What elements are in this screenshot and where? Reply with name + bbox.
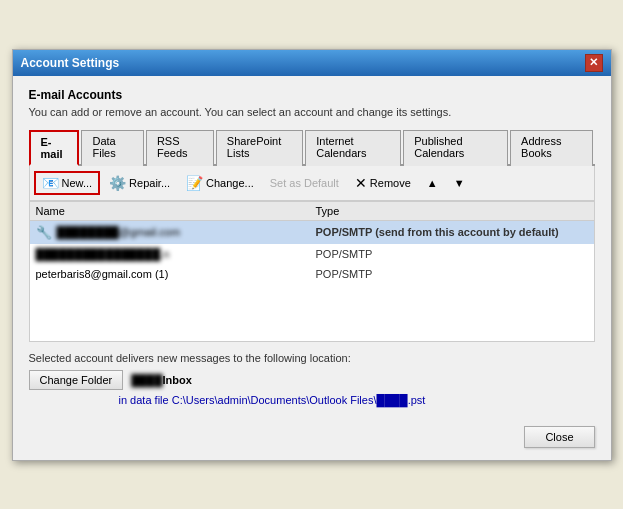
account-settings-window: Account Settings ✕ E-mail Accounts You c…	[12, 49, 612, 461]
close-window-button[interactable]: ✕	[585, 54, 603, 72]
move-down-button[interactable]	[447, 171, 472, 195]
delivery-label: Selected account delivers new messages t…	[29, 352, 595, 364]
change-icon: 📝	[186, 175, 203, 191]
table-header: Name Type	[30, 202, 594, 221]
tab-data-files[interactable]: Data Files	[81, 130, 143, 166]
main-content: E-mail Accounts You can add or remove an…	[13, 76, 611, 418]
account-name-cell: 🔧 ████████@gmail.com	[36, 225, 316, 240]
table-row[interactable]: ████████████████.n POP/SMTP	[30, 244, 594, 264]
account-email: ████████████████.n	[36, 248, 170, 260]
up-arrow-icon	[427, 177, 438, 189]
section-title: E-mail Accounts	[29, 88, 595, 102]
change-button[interactable]: 📝 Change...	[179, 171, 261, 195]
col-name-header: Name	[36, 205, 316, 217]
account-type-cell: POP/SMTP	[316, 248, 588, 260]
tab-email[interactable]: E-mail	[29, 130, 80, 166]
account-type-cell: POP/SMTP (send from this account by defa…	[316, 226, 588, 238]
account-email: ████████@gmail.com	[57, 226, 181, 238]
tab-bar: E-mail Data Files RSS Feeds SharePoint L…	[29, 128, 595, 166]
title-bar: Account Settings ✕	[13, 50, 611, 76]
table-row[interactable]: peterbaris8@gmail.com (1) POP/SMTP	[30, 264, 594, 284]
tab-internet-calendars[interactable]: Internet Calendars	[305, 130, 401, 166]
table-row[interactable]: 🔧 ████████@gmail.com POP/SMTP (send from…	[30, 221, 594, 244]
datafile-path: in data file C:\Users\admin\Documents\Ou…	[29, 394, 595, 406]
remove-icon: ✕	[355, 175, 367, 191]
remove-button[interactable]: ✕ Remove	[348, 171, 418, 195]
accounts-toolbar: 📧 New... ⚙️ Repair... 📝 Change... Set as…	[29, 166, 595, 201]
account-icon: 🔧	[36, 225, 52, 240]
window-title: Account Settings	[21, 56, 120, 70]
repair-button[interactable]: ⚙️ Repair...	[102, 171, 177, 195]
tab-rss-feeds[interactable]: RSS Feeds	[146, 130, 214, 166]
inbox-label: ████Inbox	[131, 374, 192, 386]
set-default-button[interactable]: Set as Default	[263, 171, 346, 195]
repair-icon: ⚙️	[109, 175, 126, 191]
account-type-cell: POP/SMTP	[316, 268, 588, 280]
account-name-cell: ████████████████.n	[36, 248, 316, 260]
account-email: peterbaris8@gmail.com (1)	[36, 268, 169, 280]
change-folder-button[interactable]: Change Folder	[29, 370, 124, 390]
accounts-list: 🔧 ████████@gmail.com POP/SMTP (send from…	[30, 221, 594, 341]
section-description: You can add or remove an account. You ca…	[29, 106, 595, 118]
move-up-button[interactable]	[420, 171, 445, 195]
tab-sharepoint[interactable]: SharePoint Lists	[216, 130, 303, 166]
tab-published-calendars[interactable]: Published Calendars	[403, 130, 508, 166]
close-dialog-button[interactable]: Close	[524, 426, 594, 448]
new-account-button[interactable]: 📧 New...	[34, 171, 101, 195]
down-arrow-icon	[454, 177, 465, 189]
col-type-header: Type	[316, 205, 588, 217]
folder-row: Change Folder ████Inbox	[29, 370, 595, 390]
bottom-bar: Close	[13, 418, 611, 460]
footer-section: Selected account delivers new messages t…	[29, 342, 595, 406]
new-icon: 📧	[42, 175, 59, 191]
accounts-panel: Name Type 🔧 ████████@gmail.com POP/SMTP …	[29, 201, 595, 342]
account-name-cell: peterbaris8@gmail.com (1)	[36, 268, 316, 280]
tab-address-books[interactable]: Address Books	[510, 130, 592, 166]
